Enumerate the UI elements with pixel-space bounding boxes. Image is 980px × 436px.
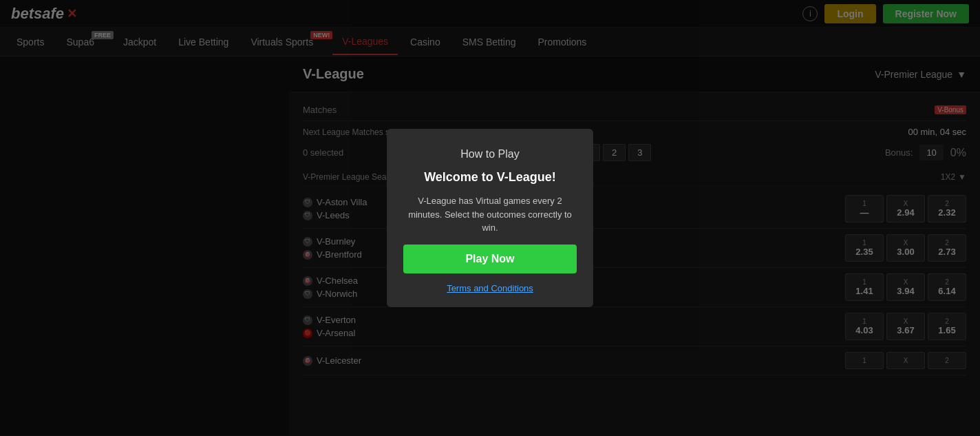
terms-and-conditions-link[interactable]: Terms and Conditions bbox=[447, 283, 533, 293]
how-to-play-modal: How to Play Welcome to V-League! V-Leagu… bbox=[387, 129, 593, 307]
modal-body: V-League has Virtual games every 2 minut… bbox=[403, 194, 577, 235]
modal-title: How to Play bbox=[460, 148, 519, 160]
play-now-button[interactable]: Play Now bbox=[403, 245, 577, 273]
modal-overlay: How to Play Welcome to V-League! V-Leagu… bbox=[0, 0, 980, 436]
modal-heading: Welcome to V-League! bbox=[424, 170, 556, 185]
